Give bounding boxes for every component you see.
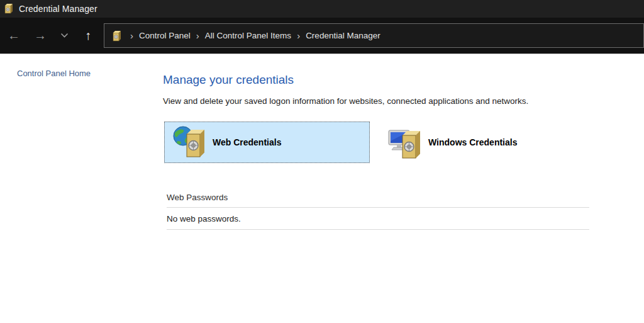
breadcrumb-item-control-panel[interactable]: Control Panel [139,31,191,40]
forward-arrow-icon[interactable]: → [33,28,48,44]
windows-credentials-label: Windows Credentials [428,137,517,147]
nav-buttons: ← → ↑ [0,18,96,54]
web-passwords-empty-text: No web passwords. [167,208,589,229]
web-credentials-button[interactable]: Web Credentials [164,122,370,163]
breadcrumb-separator-icon: › [125,30,139,41]
globe-safe-icon [171,125,208,159]
page-title: Manage your credentials [163,73,294,87]
breadcrumb-item-all-control-panel-items[interactable]: All Control Panel Items [205,31,291,40]
credential-manager-safe-icon [4,3,14,14]
section-divider [167,229,589,230]
web-passwords-header: Web Passwords [167,193,589,207]
web-passwords-section: Web Passwords No web passwords. [167,193,589,230]
page-description: View and delete your saved logon informa… [163,96,528,106]
sidebar-item-control-panel-home[interactable]: Control Panel Home [17,69,91,78]
address-bar[interactable]: › Control Panel › All Control Panel Item… [104,23,644,48]
breadcrumb-separator-icon: › [291,30,306,41]
credential-manager-window: Credential Manager ← → ↑ › Control Panel… [0,0,644,323]
breadcrumb-separator-icon: › [191,30,205,41]
back-arrow-icon[interactable]: ← [6,28,21,44]
content-area: Control Panel Home Manage your credentia… [0,55,644,323]
windows-credentials-button[interactable]: Windows Credentials [380,122,586,163]
up-arrow-icon[interactable]: ↑ [80,28,96,44]
breadcrumb-location-icon [112,30,122,42]
breadcrumb-item-credential-manager[interactable]: Credential Manager [306,31,380,40]
computer-safe-icon [387,125,423,159]
web-credentials-label: Web Credentials [213,137,281,147]
window-title: Credential Manager [19,4,97,14]
title-bar: Credential Manager [0,0,644,18]
navigation-bar: ← → ↑ › Control Panel › All Control Pane… [0,18,644,54]
credential-type-buttons: Web Credentials [164,122,586,163]
recent-locations-chevron-icon[interactable] [59,28,69,44]
